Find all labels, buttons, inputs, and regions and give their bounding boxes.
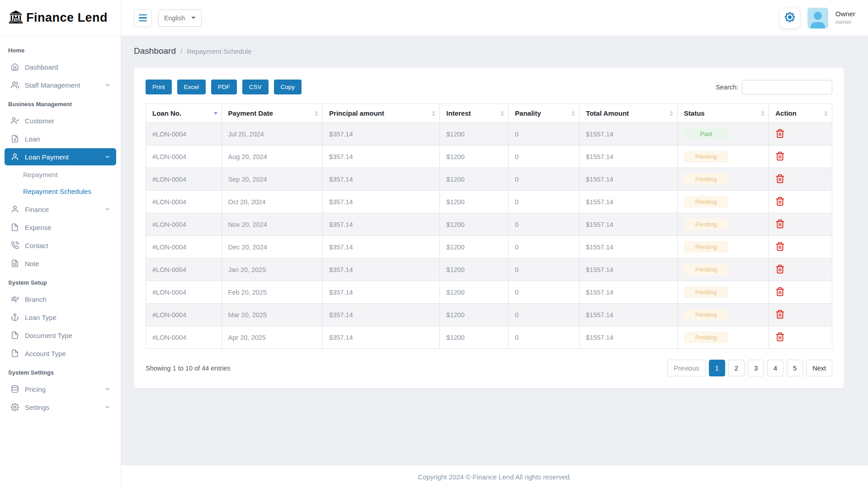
sidebar-item-pricing[interactable]: Pricing: [5, 380, 116, 398]
sort-both-icon: [824, 111, 828, 116]
cell-status: Pending: [677, 258, 769, 281]
sidebar-item-expense[interactable]: Expense: [5, 219, 116, 236]
sidebar-item-label: Loan Payment: [25, 153, 99, 161]
status-badge: Pending: [684, 196, 728, 207]
delete-button[interactable]: [775, 310, 785, 320]
sidebar-item-customer[interactable]: Customer: [5, 112, 116, 129]
delete-button[interactable]: [775, 264, 785, 275]
sidebar-item-document-type[interactable]: Document Type: [5, 327, 116, 344]
sidebar-subitem-repayment-schedules[interactable]: Repayment Schedules: [5, 183, 116, 200]
cell-action: [769, 304, 832, 326]
sidebar-item-loan[interactable]: Loan: [5, 130, 116, 147]
cell-loan-no: #LON-0004: [146, 304, 222, 326]
table-row: #LON-0004Sep 20, 2024$357.14$12000$1557.…: [146, 168, 832, 191]
column-header-action[interactable]: Action: [769, 104, 832, 123]
cell-interest: $1200: [440, 213, 509, 236]
sort-both-icon: [761, 111, 764, 116]
column-header-status[interactable]: Status: [677, 104, 769, 123]
delete-button[interactable]: [775, 151, 785, 162]
pagination-next[interactable]: Next: [806, 360, 832, 376]
pagination-page-3[interactable]: 3: [748, 360, 764, 376]
breadcrumb: Dashboard / Repayment Schedule: [134, 46, 844, 56]
sidebar-item-label: Loan Type: [25, 314, 111, 321]
column-header-interest[interactable]: Interest: [440, 104, 509, 123]
cell-penalty: 0: [509, 191, 580, 213]
sidebar-subitem-repayment[interactable]: Repayment: [5, 166, 116, 183]
avatar[interactable]: [807, 8, 828, 28]
bank-icon: $: [8, 9, 24, 27]
csv-button[interactable]: CSV: [242, 80, 269, 94]
sidebar-item-label: Document Type: [25, 332, 111, 339]
language-select-value: English: [164, 14, 185, 22]
cell-action: [769, 168, 832, 191]
delete-button[interactable]: [775, 287, 785, 298]
cell-action: [769, 191, 832, 213]
sidebar-item-label: Finance: [25, 206, 99, 213]
sidebar-section-system-setup: System Setup: [0, 273, 121, 290]
cell-action: [769, 145, 832, 168]
cell-action: [769, 213, 832, 236]
pagination-previous[interactable]: Previous: [667, 360, 705, 376]
cell-principal: $357.14: [323, 213, 440, 236]
cell-penalty: 0: [509, 326, 580, 349]
trash-icon: [775, 129, 785, 140]
copy-button[interactable]: Copy: [274, 80, 302, 94]
delete-button[interactable]: [775, 174, 785, 185]
pagination-page-1[interactable]: 1: [709, 360, 725, 376]
settings-icon: [11, 403, 19, 411]
topbar: English Owner owner: [121, 0, 868, 36]
footer: Copyright 2024 © Finance Lend All rights…: [121, 465, 868, 488]
sidebar-item-account-type[interactable]: Account Type: [5, 345, 116, 362]
cell-payment-date: Jan 20, 2025: [222, 258, 322, 281]
delete-button[interactable]: [775, 129, 785, 140]
sidebar-item-label: Settings: [25, 404, 99, 411]
column-header-principal-amount[interactable]: Principal amount: [323, 104, 440, 123]
search-input[interactable]: [742, 80, 832, 94]
sidebar-item-contact[interactable]: Contact: [5, 237, 116, 254]
excel-button[interactable]: Excel: [177, 80, 206, 94]
settings-button[interactable]: [779, 8, 800, 28]
delete-button[interactable]: [775, 197, 785, 207]
sidebar-item-staff-management[interactable]: Staff Management: [5, 76, 116, 94]
user-block[interactable]: Owner owner: [835, 10, 855, 26]
sidebar-item-loan-payment[interactable]: Loan Payment: [5, 148, 116, 165]
pagination-page-2[interactable]: 2: [728, 360, 745, 376]
cell-loan-no: #LON-0004: [146, 191, 222, 213]
sidebar-item-settings[interactable]: Settings: [5, 399, 116, 416]
cell-action: [769, 123, 832, 145]
delete-button[interactable]: [775, 219, 785, 230]
print-button[interactable]: Print: [146, 80, 172, 94]
sidebar-item-dashboard[interactable]: Dashboard: [5, 58, 116, 75]
pagination-page-5[interactable]: 5: [787, 360, 803, 376]
sidebar-item-finance[interactable]: Finance: [5, 201, 116, 218]
column-header-payment-date[interactable]: Payment Date: [222, 104, 322, 123]
sort-both-icon: [500, 111, 504, 116]
delete-button[interactable]: [775, 332, 785, 343]
column-header-total-amount[interactable]: Total Amount: [580, 104, 678, 123]
cell-loan-no: #LON-0004: [146, 213, 222, 236]
sidebar-section-system-settings: System Settings: [0, 363, 121, 380]
language-select[interactable]: English: [158, 9, 202, 27]
column-header-loan-no[interactable]: Loan No.: [146, 104, 222, 123]
brand-logo[interactable]: $ Finance Lend: [0, 0, 121, 36]
cell-total: $1557.14: [580, 168, 678, 191]
column-header-panality[interactable]: Panality: [509, 104, 580, 123]
chevron-down-icon: [104, 82, 111, 88]
breadcrumb-dashboard[interactable]: Dashboard: [134, 46, 176, 56]
cell-payment-date: Mar 20, 2025: [222, 304, 322, 326]
hamburger-icon[interactable]: [134, 9, 152, 27]
cell-action: [769, 258, 832, 281]
cell-status: Pending: [677, 304, 769, 326]
phone-icon: [11, 241, 19, 249]
cell-total: $1557.14: [580, 258, 678, 281]
pdf-button[interactable]: PDF: [211, 80, 237, 94]
sidebar-item-branch[interactable]: Branch: [5, 291, 116, 308]
breadcrumb-separator: /: [180, 47, 182, 55]
cell-penalty: 0: [509, 258, 580, 281]
pagination-page-4[interactable]: 4: [767, 360, 783, 376]
cell-payment-date: Nov 20, 2024: [222, 213, 322, 236]
sidebar-item-loan-type[interactable]: Loan Type: [5, 309, 116, 326]
sidebar-item-label: Customer: [25, 117, 111, 125]
delete-button[interactable]: [775, 242, 785, 253]
sidebar-item-note[interactable]: Note: [5, 255, 116, 272]
